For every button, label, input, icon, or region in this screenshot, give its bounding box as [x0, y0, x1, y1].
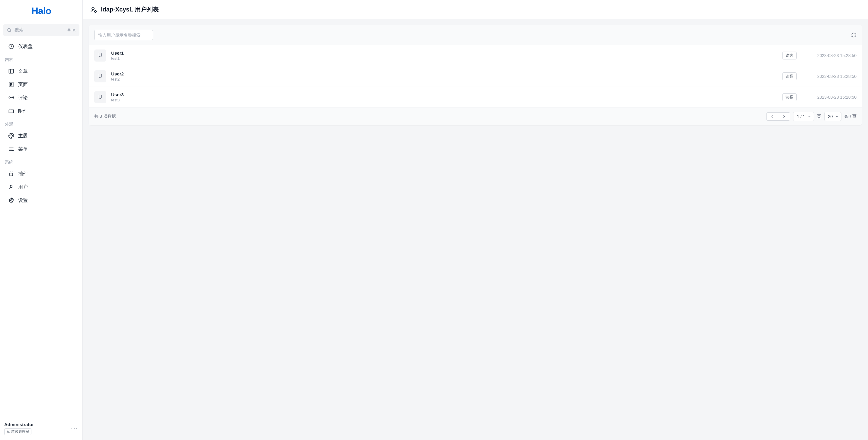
user-timestamp: 2023-08-23 15:28:50 [805, 95, 857, 100]
pagination-total: 共 3 项数据 [94, 114, 766, 119]
nav-label: 菜单 [18, 146, 28, 153]
avatar: U [94, 70, 106, 82]
svg-point-24 [92, 7, 94, 10]
user-row[interactable]: U User2 test2 访客 2023-08-23 15:28:50 [89, 66, 862, 87]
sidebar-footer: Administrator 超级管理员 ··· [0, 418, 83, 440]
nav-group-content: 内容 [1, 54, 81, 64]
nav-plugins[interactable]: 插件 [3, 168, 80, 180]
nav-users[interactable]: 用户 [3, 181, 80, 194]
svg-point-20 [10, 185, 12, 187]
user-timestamp: 2023-08-23 15:28:50 [805, 53, 857, 58]
nav-attachments[interactable]: 附件 [3, 105, 80, 117]
user-login: test2 [111, 77, 782, 81]
page-label: 页 [817, 114, 821, 119]
content-area: U User1 test1 访客 2023-08-23 15:28:50 U U… [83, 19, 868, 440]
main: ldap-XcysL 用户列表 U User1 test1 访客 2023-08… [83, 0, 868, 440]
svg-point-0 [7, 28, 11, 32]
comments-icon [8, 95, 14, 101]
user-info: User2 test2 [111, 71, 782, 81]
user-info: User1 test1 [111, 50, 782, 61]
more-button[interactable]: ··· [71, 425, 78, 433]
search-icon [7, 28, 12, 33]
svg-point-10 [10, 97, 10, 98]
attachments-icon [8, 108, 14, 114]
user-list-card: U User1 test1 访客 2023-08-23 15:28:50 U U… [89, 25, 862, 125]
themes-icon [8, 133, 14, 139]
nav-dashboard[interactable]: 仪表盘 [3, 40, 80, 53]
user-row[interactable]: U User1 test1 访客 2023-08-23 15:28:50 [89, 45, 862, 66]
user-login: test1 [111, 56, 782, 61]
nav-group-appearance: 外观 [1, 118, 81, 129]
dashboard-icon [8, 43, 14, 50]
page-title: ldap-XcysL 用户列表 [101, 5, 159, 13]
avatar: U [94, 49, 106, 62]
nav-label: 评论 [18, 95, 28, 101]
svg-point-25 [95, 10, 96, 12]
nav-label: 用户 [18, 184, 28, 191]
svg-point-22 [7, 431, 8, 432]
user-login: test3 [111, 98, 782, 102]
logo-area: Halo [0, 0, 83, 22]
svg-point-11 [11, 97, 11, 98]
current-user-role: 超级管理员 [4, 428, 31, 435]
search-shortcut: ⌘+K [67, 28, 76, 32]
nav: 仪表盘 内容 文章 页面 评论 [0, 39, 83, 418]
nav-menus[interactable]: 菜单 [3, 143, 80, 156]
settings-icon [8, 197, 14, 204]
pagination-nav [766, 112, 790, 121]
page-select[interactable]: 1 / 1 [793, 112, 814, 121]
size-select[interactable]: 20 [824, 112, 842, 121]
search-placeholder: 搜索 [14, 27, 67, 33]
user-role-badge: 访客 [782, 52, 797, 60]
user-timestamp: 2023-08-23 15:28:50 [805, 74, 857, 79]
user-display-name: User1 [111, 50, 782, 56]
nav-label: 附件 [18, 108, 28, 114]
user-display-name: User2 [111, 71, 782, 76]
chevron-down-icon [835, 115, 839, 118]
user-role-badge: 访客 [782, 93, 797, 101]
nav-posts[interactable]: 文章 [3, 65, 80, 77]
svg-point-15 [12, 135, 13, 136]
svg-line-1 [10, 31, 11, 32]
user-role-badge: 访客 [782, 72, 797, 80]
nav-comments[interactable]: 评论 [3, 92, 80, 104]
chevron-left-icon [770, 114, 774, 119]
nav-pages[interactable]: 页面 [3, 78, 80, 91]
refresh-button[interactable] [851, 32, 857, 38]
nav-label: 文章 [18, 68, 28, 74]
sidebar: Halo 搜索 ⌘+K 仪表盘 内容 文章 [0, 0, 83, 440]
next-page-button[interactable] [778, 112, 790, 121]
pages-icon [8, 81, 14, 88]
user-display-name: User3 [111, 92, 782, 97]
plugins-icon [8, 170, 14, 177]
filter-input[interactable] [94, 30, 153, 40]
user-role-icon [6, 430, 10, 434]
user-info: User3 test3 [111, 92, 782, 102]
menus-icon [8, 146, 14, 153]
svg-point-19 [12, 150, 13, 151]
svg-point-12 [12, 97, 13, 98]
nav-themes[interactable]: 主题 [3, 130, 80, 142]
nav-label: 设置 [18, 197, 28, 204]
nav-label: 插件 [18, 171, 28, 177]
nav-label: 仪表盘 [18, 43, 33, 50]
nav-label: 页面 [18, 81, 28, 88]
nav-settings[interactable]: 设置 [3, 194, 80, 207]
pagination: 共 3 项数据 1 / 1 [89, 108, 862, 125]
chevron-down-icon [808, 115, 811, 118]
avatar: U [94, 91, 106, 103]
posts-icon [8, 68, 14, 74]
size-label: 条 / 页 [844, 114, 857, 119]
nav-label: 主题 [18, 133, 28, 139]
svg-point-21 [10, 200, 12, 201]
current-user: Administrator 超级管理员 [4, 422, 34, 435]
svg-point-13 [10, 135, 10, 136]
svg-point-14 [11, 134, 11, 135]
svg-point-23 [8, 432, 9, 433]
toolbar [89, 25, 862, 45]
chevron-right-icon [782, 114, 786, 119]
search-box[interactable]: 搜索 ⌘+K [3, 24, 80, 36]
prev-page-button[interactable] [766, 112, 778, 121]
user-row[interactable]: U User3 test3 访客 2023-08-23 15:28:50 [89, 87, 862, 108]
page-header: ldap-XcysL 用户列表 [83, 0, 868, 19]
